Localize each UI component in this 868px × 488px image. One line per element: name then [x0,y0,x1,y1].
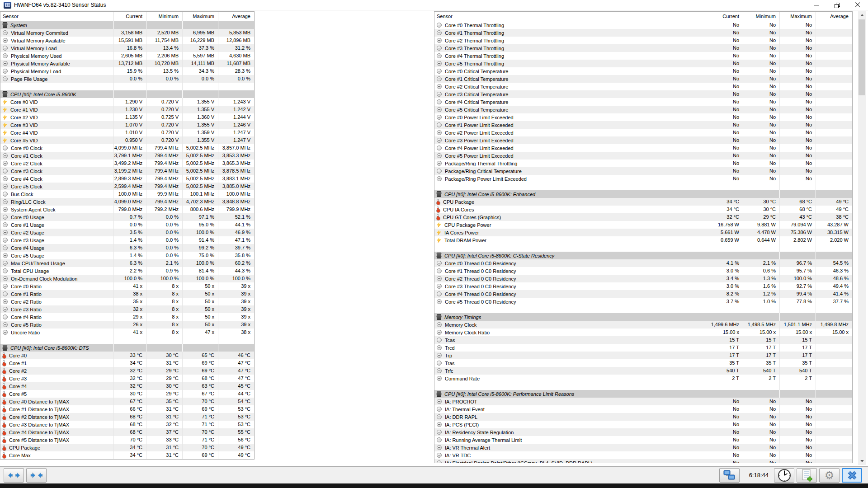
sensor-row[interactable]: Core #2 Thread 0 C0 Residency3.4 %1.3 %1… [434,275,852,282]
sensor-row[interactable]: Core Max34 °C31 °C69 °C49 °C [0,451,254,459]
sensor-row[interactable]: Core #5 Distance to TjMAX70 °C33 °C71 °C… [0,436,254,444]
sensor-row[interactable]: System Agent Clock799.8 MHz799.2 MHz800.… [0,206,254,213]
section-header-row[interactable]: CPU [#0]: Intel Core i5-8600K: C-State R… [434,252,852,259]
sensor-row[interactable]: Trfc540 T540 T540 T [434,367,852,375]
sensor-row[interactable]: Core #3 Power Limit ExceededNoNoNo [434,136,852,144]
sensor-row[interactable]: Core #432 °C30 °C63 °C45 °C [0,382,254,390]
sensor-row[interactable]: Core #5 Critical TemperatureNoNoNo [434,106,852,113]
sensor-row[interactable]: Virtual Memory Available15,591 MB11,754 … [0,37,254,44]
sensor-row[interactable]: Core #3 Thermal ThrottlingNoNoNo [434,44,852,52]
sensor-row[interactable]: Physical Memory Load15.9 %13.5 %34.3 %28… [0,67,254,75]
sensor-row[interactable]: Core #332 °C29 °C68 °C47 °C [0,375,254,382]
sensor-row[interactable]: CPU IA Cores34 °C30 °C68 °C49 °C [434,206,852,213]
sensor-row[interactable]: CPU Package34 °C31 °C70 °C49 °C [0,444,254,451]
sensor-row[interactable]: Core #1 Distance to TjMAX66 °C31 °C69 °C… [0,405,254,413]
sensor-row[interactable]: Core #2 Ratio35 x8 x50 x39 x [0,298,254,305]
vertical-scrollbar[interactable] [858,11,866,465]
section-header-row[interactable]: CPU [#0]: Intel Core i5-8600K: Performan… [434,390,852,398]
sensor-row[interactable]: Tcas15 T15 T15 T [434,336,852,344]
sensor-row[interactable]: Core #4 VID1.010 V0.720 V1.359 V1.247 V [0,129,254,136]
sensor-row[interactable]: IA: PROCHOTNoNoNo [434,398,852,405]
sensor-row[interactable]: CPU GT Cores (Graphics)32 °C29 °C43 °C38… [434,213,852,221]
column-header-maximum[interactable]: Maximum [779,12,816,21]
sensor-row[interactable]: Core #4 Usage6.3 %0.0 %99.2 %39.7 % [0,244,254,252]
sensor-row[interactable]: Core #0 Ratio41 x8 x50 x39 x [0,282,254,290]
sensor-row[interactable]: Core #3 Thread 0 C0 Residency3.0 %1.6 %9… [434,282,852,290]
sensor-row[interactable]: Core #2 Usage3.5 %0.0 %100.0 %46.9 % [0,229,254,236]
scroll-up-button[interactable] [858,11,866,19]
sensor-row[interactable]: Core #2 Clock3,499.2 MHz799.4 MHz5,002.5… [0,160,254,167]
sensor-row[interactable]: Core #5 Ratio26 x8 x50 x39 x [0,321,254,328]
settings-button[interactable]: ⚙ [819,468,840,483]
sensor-row[interactable]: Memory Clock Ratio15.00 x15.00 x15.00 x1… [434,328,852,336]
sensor-row[interactable]: Core #530 °C29 °C67 °C44 °C [0,390,254,398]
sensor-row[interactable]: Package/Ring Critical TemperatureNoNoNo [434,167,852,175]
close-button[interactable] [847,0,868,10]
sensor-row[interactable]: Core #3 Critical TemperatureNoNoNo [434,90,852,98]
sensor-row[interactable]: Core #0 Thread 0 C0 Residency4.1 %2.1 %9… [434,259,852,267]
sensor-row[interactable]: Core #4 Ratio29 x8 x50 x39 x [0,313,254,321]
sensor-row[interactable]: Core #3 Clock3,199.2 MHz799.4 MHz5,002.5… [0,167,254,175]
sensor-row[interactable]: Physical Memory Available13,712 MB10,720… [0,60,254,67]
sensor-row[interactable]: Total CPU Usage2.2 %0.9 %81.4 %44.3 % [0,267,254,275]
section-header-row[interactable]: System [0,21,254,29]
sensor-row[interactable]: Core #0 Critical TemperatureNoNoNo [434,67,852,75]
sensor-row[interactable]: Trp17 T17 T17 T [434,352,852,359]
scroll-down-button[interactable] [858,457,866,465]
sensor-row[interactable]: Ring/LLC Clock4,099.0 MHz799.4 MHz4,702.… [0,198,254,206]
section-header-row[interactable]: CPU [#0]: Intel Core i5-8600K [0,90,254,98]
column-header-average[interactable]: Average [218,12,254,21]
remote-sensors-button[interactable] [719,468,740,483]
sensor-row[interactable]: Virtual Memory Load16.8 %13.4 %37.3 %31.… [0,44,254,52]
restore-button[interactable] [826,0,847,10]
sensor-row[interactable]: Core #4 Thread 0 C0 Residency8.2 %1.2 %9… [434,290,852,298]
sensor-row[interactable]: IA: VR TDCNoNoNo [434,451,852,459]
sensor-row[interactable]: IA: PCS (PECI)NoNoNo [434,421,852,428]
sensor-row[interactable]: Core #4 Critical TemperatureNoNoNo [434,98,852,106]
sensor-row[interactable]: Core #3 Ratio32 x8 x50 x39 x [0,305,254,313]
sensor-row[interactable]: Tras35 T35 T35 T [434,359,852,367]
sensor-row[interactable]: Core #3 VID1.070 V0.720 V1.355 V1.246 V [0,121,254,129]
sensor-row[interactable]: CPU Package Power16.758 W9.881 W79.094 W… [434,221,852,229]
sensor-row[interactable]: IA: Thermal EventNoNoNo [434,405,852,413]
sensor-row[interactable]: IA: Electrical Design Point/Other (ICCma… [434,459,852,463]
sensor-row[interactable]: Core #1 Power Limit ExceededNoNoNo [434,121,852,129]
sensor-row[interactable]: Core #4 Power Limit ExceededNoNoNo [434,144,852,152]
sensor-row[interactable]: Max CPU/Thread Usage6.3 %2.1 %100.0 %60.… [0,259,254,267]
close-sensors-button[interactable] [842,468,862,483]
section-header-row[interactable]: CPU [#0]: Intel Core i5-8600K: DTS [0,344,254,352]
sensor-row[interactable]: Core #0 VID1.290 V0.720 V1.355 V1.243 V [0,98,254,106]
clock-button[interactable] [774,468,794,483]
sensor-row[interactable]: Core #134 °C31 °C69 °C47 °C [0,359,254,367]
section-header-row[interactable]: Memory Timings [434,313,852,321]
collapse-columns-button[interactable] [26,468,47,483]
sensor-row[interactable]: Core #232 °C29 °C69 °C47 °C [0,367,254,375]
section-header-row[interactable]: CPU [#0]: Intel Core i5-8600K: Enhanced [434,190,852,198]
sensor-row[interactable]: Core #2 Distance to TjMAX68 °C31 °C71 °C… [0,413,254,421]
sensor-row[interactable]: Core #0 Distance to TjMAX67 °C35 °C70 °C… [0,398,254,405]
column-header-minimum[interactable]: Minimum [146,12,182,21]
logging-report-button[interactable] [797,468,817,483]
sensor-row[interactable]: Core #2 VID1.135 V0.725 V1.360 V1.244 V [0,113,254,121]
sensor-row[interactable]: Package/Ring Power Limit ExceededNoNoNo [434,175,852,183]
sensor-row[interactable]: Page File Usage0.0 %0.0 %0.0 %0.0 % [0,75,254,83]
sensor-row[interactable]: Core #1 Clock3,799.1 MHz799.4 MHz5,002.5… [0,152,254,160]
sensor-row[interactable]: Total DRAM Power0.659 W0.644 W2.802 W2.0… [434,236,852,244]
sensor-row[interactable]: Core #2 Critical TemperatureNoNoNo [434,83,852,90]
sensor-row[interactable]: Bus Clock100.0 MHz99.9 MHz100.1 MHz100.0… [0,190,254,198]
sensor-row[interactable]: Core #1 Thread 0 C0 Residency3.0 %0.6 %9… [434,267,852,275]
sensor-row[interactable]: Core #0 Power Limit ExceededNoNoNo [434,113,852,121]
sensor-row[interactable]: Core #3 Distance to TjMAX68 °C32 °C71 °C… [0,421,254,428]
sensor-row[interactable]: Core #5 VID0.950 V0.720 V1.355 V1.247 V [0,136,254,144]
sensor-row[interactable]: Core #1 Ratio38 x8 x50 x39 x [0,290,254,298]
column-header-current[interactable]: Current [710,12,743,21]
column-header-average[interactable]: Average [816,12,852,21]
sensor-row[interactable]: Physical Memory Used2,605 MB2,206 MB5,59… [0,52,254,60]
sensor-row[interactable]: IA Cores Power5.661 W4.478 W75.386 W38.3… [434,229,852,236]
sensor-row[interactable]: IA: Residency State RegulationNoNoNo [434,428,852,436]
sensor-row[interactable]: Virtual Memory Commited3,158 MB2,520 MB6… [0,29,254,37]
sensor-row[interactable]: Core #0 Clock4,099.0 MHz799.4 MHz5,002.5… [0,144,254,152]
sensor-row[interactable]: Core #5 Usage1.4 %0.0 %75.0 %35.8 % [0,252,254,259]
titlebar[interactable]: HWiNFO64 v5.82-3410 Sensor Status [0,0,868,10]
expand-columns-button[interactable] [4,468,24,483]
